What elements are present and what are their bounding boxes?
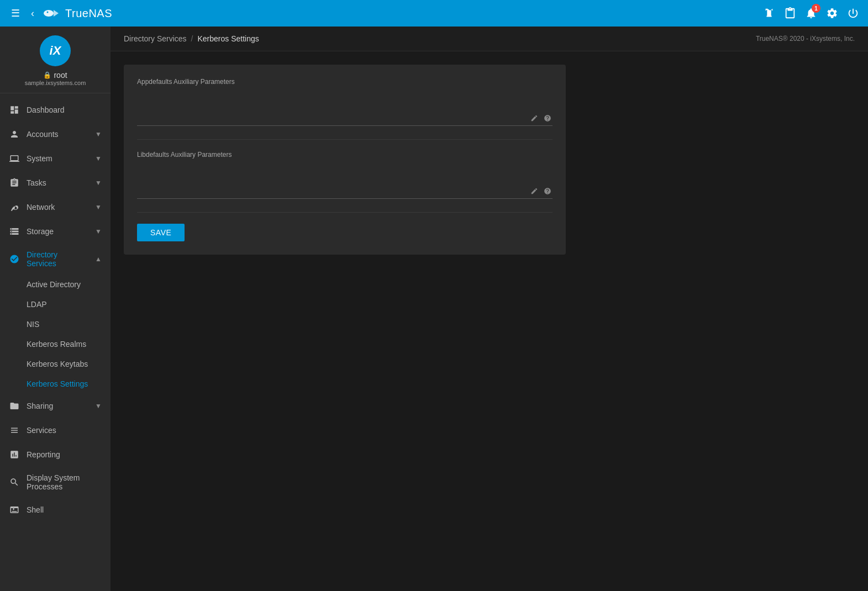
- sidebar-item-tasks[interactable]: Tasks ▼: [0, 171, 111, 195]
- sub-item-label: Active Directory: [27, 280, 81, 289]
- dashboard-icon: [9, 104, 20, 115]
- clipboard-button[interactable]: [784, 7, 796, 19]
- breadcrumb-parent-link[interactable]: Directory Services: [124, 34, 187, 43]
- notification-count: 1: [812, 4, 820, 13]
- appdefaults-label: Appdefaults Auxiliary Parameters: [137, 78, 553, 86]
- sidebar-item-kerberos-realms[interactable]: Kerberos Realms: [0, 334, 111, 354]
- sidebar-item-system[interactable]: System ▼: [0, 146, 111, 171]
- sidebar-nav: Dashboard Accounts ▼ System ▼ Tasks ▼: [0, 93, 111, 591]
- breadcrumb-bar: Directory Services / Kerberos Settings T…: [111, 27, 868, 51]
- sidebar-item-label: Sharing: [27, 402, 88, 410]
- breadcrumb-current: Kerberos Settings: [197, 34, 259, 43]
- libdefaults-icons: [529, 186, 553, 198]
- notifications-button[interactable]: 1: [805, 7, 817, 19]
- appdefaults-help-button[interactable]: [543, 113, 553, 125]
- network-icon: [9, 202, 20, 213]
- breadcrumb: Directory Services / Kerberos Settings: [124, 34, 259, 43]
- chevron-down-icon: ▼: [95, 203, 102, 211]
- sub-item-label: Kerberos Keytabs: [27, 360, 88, 368]
- header-left: ☰ ‹ TrueNAS: [9, 4, 112, 22]
- svg-point-0: [44, 10, 54, 17]
- breadcrumb-separator: /: [191, 34, 193, 43]
- sidebar-item-reporting[interactable]: Reporting: [0, 442, 111, 467]
- back-button[interactable]: ‹: [29, 6, 36, 22]
- hamburger-icon: ☰: [11, 7, 20, 19]
- chevron-down-icon: ▼: [95, 402, 102, 410]
- appdefaults-field: Appdefaults Auxiliary Parameters: [137, 78, 553, 128]
- trident-button[interactable]: [763, 7, 775, 19]
- shell-icon: [9, 504, 20, 515]
- help-icon: [544, 187, 551, 195]
- sharing-icon: [9, 400, 20, 411]
- sidebar-item-label: Network: [27, 203, 88, 212]
- power-button[interactable]: [847, 7, 859, 19]
- sidebar-item-display-system-processes[interactable]: Display System Processes: [0, 467, 111, 498]
- help-icon: [544, 114, 551, 122]
- appdefaults-edit-button[interactable]: [529, 113, 539, 125]
- sidebar-item-label: Accounts: [27, 130, 88, 139]
- sidebar-item-nis[interactable]: NIS: [0, 314, 111, 334]
- appdefaults-textarea-container: [137, 90, 553, 128]
- save-button[interactable]: SAVE: [137, 224, 185, 241]
- avatar-text: iX: [50, 44, 61, 58]
- user-section: iX 🔒 root sample.ixsystems.com: [0, 27, 111, 93]
- logo-area: TrueNAS: [43, 4, 112, 22]
- form-divider: [137, 139, 553, 140]
- sidebar-item-label: Reporting: [27, 450, 102, 459]
- libdefaults-input[interactable]: [137, 163, 553, 199]
- edit-icon: [530, 114, 538, 122]
- lock-icon: 🔒: [43, 71, 51, 79]
- sub-item-label: Kerberos Settings: [27, 379, 88, 388]
- sidebar-item-label: Services: [27, 426, 102, 435]
- content-area: Appdefaults Auxiliary Parameters: [111, 51, 868, 268]
- sidebar-item-label: Shell: [27, 505, 102, 514]
- sidebar-item-network[interactable]: Network ▼: [0, 195, 111, 219]
- sidebar-item-label: Storage: [27, 227, 88, 236]
- main-content: Directory Services / Kerberos Settings T…: [111, 27, 868, 591]
- sidebar-item-storage[interactable]: Storage ▼: [0, 219, 111, 244]
- sidebar-item-label: Display System Processes: [27, 473, 102, 491]
- libdefaults-edit-button[interactable]: [529, 186, 539, 198]
- sidebar-item-dashboard[interactable]: Dashboard: [0, 98, 111, 122]
- settings-button[interactable]: [826, 7, 838, 19]
- accounts-icon: [9, 129, 20, 140]
- sidebar: iX 🔒 root sample.ixsystems.com Dashboard…: [0, 27, 111, 591]
- system-icon: [9, 153, 20, 164]
- sidebar-item-accounts[interactable]: Accounts ▼: [0, 122, 111, 146]
- sub-item-label: Kerberos Realms: [27, 340, 86, 349]
- libdefaults-help-button[interactable]: [543, 186, 553, 198]
- sub-item-label: NIS: [27, 320, 39, 329]
- sidebar-item-services[interactable]: Services: [0, 418, 111, 442]
- libdefaults-textarea-container: [137, 163, 553, 201]
- tasks-icon: [9, 177, 20, 188]
- reporting-icon: [9, 449, 20, 460]
- header-right: 1: [763, 7, 859, 19]
- edit-icon: [530, 187, 538, 195]
- libdefaults-field: Libdefaults Auxiliary Parameters: [137, 151, 553, 201]
- sidebar-item-kerberos-settings[interactable]: Kerberos Settings: [0, 374, 111, 394]
- services-icon: [9, 425, 20, 436]
- hamburger-button[interactable]: ☰: [9, 5, 22, 22]
- form-divider-2: [137, 212, 553, 213]
- sidebar-item-label: Directory Services: [27, 250, 88, 268]
- sidebar-item-active-directory[interactable]: Active Directory: [0, 275, 111, 294]
- sidebar-item-kerberos-keytabs[interactable]: Kerberos Keytabs: [0, 354, 111, 374]
- user-hostname: sample.ixsystems.com: [25, 80, 86, 86]
- sidebar-item-ldap[interactable]: LDAP: [0, 294, 111, 314]
- storage-icon: [9, 226, 20, 237]
- top-header: ☰ ‹ TrueNAS 1: [0, 0, 868, 27]
- sidebar-item-directory-services[interactable]: Directory Services ▲: [0, 244, 111, 275]
- sub-item-label: LDAP: [27, 300, 47, 309]
- chevron-down-icon: ▼: [95, 228, 102, 235]
- appdefaults-input[interactable]: [137, 90, 553, 126]
- copyright-text: TrueNAS® 2020 - iXsystems, Inc.: [756, 35, 855, 43]
- clipboard-icon: [784, 7, 796, 19]
- sidebar-item-shell[interactable]: Shell: [0, 498, 111, 522]
- svg-point-2: [47, 12, 49, 13]
- chevron-up-icon: ▲: [95, 255, 102, 263]
- avatar: iX: [40, 35, 71, 66]
- gear-icon: [826, 7, 838, 19]
- display-processes-icon: [9, 477, 20, 488]
- sidebar-item-sharing[interactable]: Sharing ▼: [0, 394, 111, 418]
- chevron-down-icon: ▼: [95, 179, 102, 187]
